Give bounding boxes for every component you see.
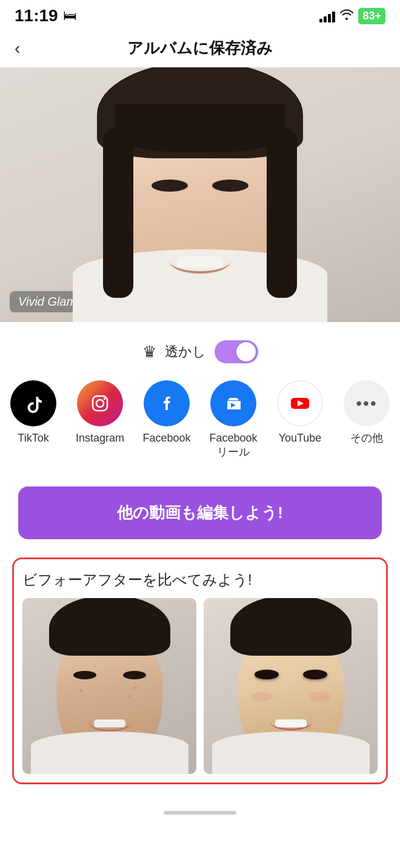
page-title: アルバムに保存済み — [127, 38, 273, 59]
youtube-icon — [277, 380, 323, 426]
wifi-icon — [340, 9, 353, 23]
before-after-images — [22, 598, 378, 774]
svg-point-2 — [104, 398, 106, 400]
after-image — [204, 598, 378, 774]
signal-bars-icon — [319, 9, 335, 22]
youtube-label: YouTube — [279, 431, 322, 445]
facebook-icon — [144, 380, 190, 426]
watermark-text-label: 透かし — [165, 343, 206, 361]
back-button[interactable]: ‹ — [15, 39, 20, 58]
status-time: 11:19 — [15, 6, 58, 25]
edit-button[interactable]: 他の動画も編集しよう! — [18, 486, 382, 539]
more-icon: ••• — [344, 380, 390, 426]
instagram-label: Instagram — [76, 431, 124, 445]
before-after-section: ビフォーアフターを比べてみよう! — [12, 557, 388, 784]
status-bar: 11:19 🛏 83+ — [0, 0, 400, 29]
more-label: その他 — [350, 431, 383, 445]
toggle-knob — [236, 342, 256, 362]
home-indicator — [164, 811, 236, 815]
fb-reels-icon — [210, 380, 256, 426]
share-fb-reels[interactable]: Facebookリール — [206, 380, 261, 460]
edit-button-container: 他の動画も編集しよう! — [0, 472, 400, 551]
tiktok-label: TikTok — [18, 431, 48, 445]
share-instagram[interactable]: Instagram — [73, 380, 127, 445]
page-header: ‹ アルバムに保存済み — [0, 29, 400, 67]
status-icons: 83+ — [319, 8, 385, 24]
watermark-toggle-row: ♛ 透かし — [0, 340, 400, 363]
fb-reels-label: Facebookリール — [209, 431, 257, 460]
instagram-icon — [77, 380, 123, 426]
middle-section: ♛ 透かし TikTok Instagram — [0, 322, 400, 472]
svg-point-1 — [96, 400, 104, 407]
sleep-icon: 🛏 — [63, 8, 76, 24]
facebook-label: Facebook — [142, 431, 190, 445]
tiktok-icon — [10, 380, 56, 426]
share-facebook[interactable]: Facebook — [139, 380, 194, 445]
share-more[interactable]: ••• その他 — [339, 380, 394, 445]
share-tiktok[interactable]: TikTok — [6, 380, 61, 445]
before-after-title: ビフォーアフターを比べてみよう! — [22, 570, 378, 590]
watermark-toggle[interactable] — [215, 340, 258, 363]
bottom-indicator — [0, 802, 400, 827]
main-photo-area: Vivid Glam — [0, 67, 400, 322]
before-image — [22, 598, 196, 774]
share-row: TikTok Instagram Facebook — [0, 380, 400, 460]
battery-icon: 83+ — [358, 8, 385, 24]
crown-icon: ♛ — [142, 343, 156, 362]
share-youtube[interactable]: YouTube — [273, 380, 327, 445]
